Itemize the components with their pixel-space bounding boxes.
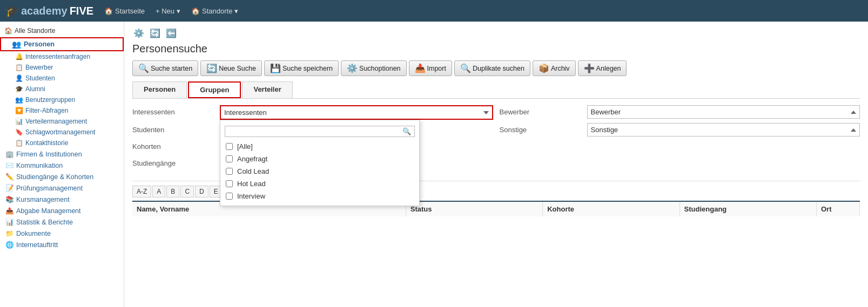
tabs: Personen Gruppen Verteiler xyxy=(132,81,860,99)
kohorten-label: Kohorten xyxy=(132,140,213,153)
tab-personen[interactable]: Personen xyxy=(132,81,187,98)
dropdown-search-icon: 🔍 xyxy=(402,127,411,135)
th-kohorte: Kohorte xyxy=(543,202,679,216)
sidebar-item-personen[interactable]: 👥 Personen xyxy=(0,37,124,51)
sidebar-item-dokumente[interactable]: 📁 Dokumente xyxy=(0,228,124,239)
sidebar-item-abgabe[interactable]: 📤 Abgabe Management xyxy=(0,205,124,216)
sidebar-item-kommunikation[interactable]: ✉️ Kommunikation xyxy=(0,160,124,171)
firmen-icon: 🏢 xyxy=(5,150,14,158)
dropdown-item-angefragt[interactable]: Angefragt xyxy=(220,153,419,165)
archiv-button[interactable]: 📦 Archiv xyxy=(533,60,576,76)
sidebar-item-verteilermanagement[interactable]: 📊 Verteilermanagement xyxy=(0,116,124,127)
checkbox-interview[interactable] xyxy=(226,193,233,200)
content-toolbar: ⚙️ 🔄 ⬅️ xyxy=(132,27,860,39)
dropdown-item-cold-lead[interactable]: Cold Lead xyxy=(220,165,419,178)
studenten-icon: 👤 xyxy=(15,74,23,82)
checkbox-cold-lead[interactable] xyxy=(226,168,233,175)
studiengaenge-label: Studiengänge xyxy=(132,156,213,170)
interessenten-dropdown: 🔍 [Alle] Angefragt Cold Lead xyxy=(220,120,420,206)
sidebar-item-firmen[interactable]: 🏢 Firmen & Institutionen xyxy=(0,148,124,160)
sidebar-item-interessentenanfragen[interactable]: 🔔 Interessentenanfragen xyxy=(0,51,124,62)
filter-icon: 🔽 xyxy=(15,107,23,114)
dokumente-icon: 📁 xyxy=(5,229,14,237)
suche-speichern-button[interactable]: 💾 Suche speichern xyxy=(264,60,339,76)
dropdown-search-input[interactable] xyxy=(228,127,402,135)
top-navigation: 🎓 academyFIVE 🏠 Startseite + Neu ▾ 🏠 Sta… xyxy=(0,0,868,22)
sidebar-item-studiengaenge[interactable]: ✏️ Studiengänge & Kohorten xyxy=(0,171,124,182)
sidebar-item-alumni[interactable]: 🎓 Alumni xyxy=(0,84,124,94)
alle-standorte[interactable]: 🏠 Alle Standorte xyxy=(0,24,124,37)
page-title: Personensuche xyxy=(132,43,860,55)
verteiler-icon: 📊 xyxy=(15,118,23,125)
import-icon: 📥 xyxy=(415,63,426,73)
sidebar-item-filter-abfragen[interactable]: 🔽 Filter-Abfragen xyxy=(0,105,124,116)
sidebar-item-benutzergruppen[interactable]: 👥 Benutzergruppen xyxy=(0,94,124,105)
alpha-b[interactable]: B xyxy=(166,186,179,197)
sidebar-item-kursmanagement[interactable]: 📚 Kursmanagement xyxy=(0,194,124,205)
toolbar-back-button[interactable]: ⬅️ xyxy=(165,27,178,39)
standorte-nav[interactable]: 🏠 Standorte ▾ xyxy=(191,7,238,15)
benutzergruppen-icon: 👥 xyxy=(15,96,23,104)
sidebar-item-internetauftritt[interactable]: 🌐 Internetauftritt xyxy=(0,239,124,250)
search-icon: 🔍 xyxy=(138,63,149,73)
tab-gruppen[interactable]: Gruppen xyxy=(188,81,241,98)
sidebar-item-bewerber[interactable]: 📋 Bewerber xyxy=(0,62,124,73)
interessenten-select[interactable]: Interessenten xyxy=(220,105,493,120)
th-status: Status xyxy=(406,202,543,216)
th-ort: Ort xyxy=(817,202,860,216)
dropdown-item-alle[interactable]: [Alle] xyxy=(220,140,419,153)
alpha-c[interactable]: C xyxy=(180,186,194,197)
internet-icon: 🌐 xyxy=(5,241,14,249)
sonstige-label: Sonstige xyxy=(500,123,581,137)
dropdown-item-interview[interactable]: Interview xyxy=(220,190,419,202)
checkbox-hot-lead[interactable] xyxy=(226,180,233,187)
app-logo: 🎓 academyFIVE xyxy=(5,4,93,17)
suche-starten-button[interactable]: 🔍 Suche starten xyxy=(132,60,198,76)
suchoptionen-button[interactable]: ⚙️ Suchoptionen xyxy=(341,60,406,76)
toolbar-settings-button[interactable]: ⚙️ xyxy=(132,27,145,39)
startseite-nav[interactable]: 🏠 Startseite xyxy=(104,7,145,15)
duplikate-suchen-button[interactable]: 🔍 Duplikate suchen xyxy=(454,60,530,76)
neue-suche-button[interactable]: 🔄 Neue Suche xyxy=(200,60,262,76)
neu-nav[interactable]: + Neu ▾ xyxy=(156,7,180,15)
th-studiengang: Studiengang xyxy=(680,202,817,216)
sidebar-item-studenten[interactable]: 👤 Studenten xyxy=(0,73,124,84)
duplikate-icon: 🔍 xyxy=(460,63,471,73)
personen-icon: 👥 xyxy=(12,40,21,49)
bewerber-select[interactable]: Bewerber xyxy=(587,105,860,119)
studenten-label: Studenten xyxy=(132,123,213,137)
interessenten-container: Interessenten 🔍 [Alle] Angefragt xyxy=(220,105,493,120)
checkbox-alle[interactable] xyxy=(226,143,233,150)
alpha-az[interactable]: A-Z xyxy=(132,186,151,197)
toolbar-refresh-button[interactable]: 🔄 xyxy=(149,27,162,39)
alpha-a[interactable]: A xyxy=(152,186,165,197)
search-form: Interessenten Interessenten 🔍 [Alle] xyxy=(132,105,860,170)
sidebar-item-pruefungsmanagement[interactable]: 📝 Prüfungsmanagement xyxy=(0,182,124,194)
checkbox-angefragt[interactable] xyxy=(226,155,233,162)
alpha-d[interactable]: D xyxy=(195,186,208,197)
sidebar-item-statistik[interactable]: 📊 Statistik & Berichte xyxy=(0,216,124,228)
interessenten-label: Interessenten xyxy=(132,105,213,119)
alumni-icon: 🎓 xyxy=(15,85,23,93)
neue-suche-icon: 🔄 xyxy=(206,63,217,73)
bewerber-label: Bewerber xyxy=(500,105,581,119)
schlagwort-icon: 🔖 xyxy=(15,128,23,136)
kurs-icon: 📚 xyxy=(5,195,14,203)
sidebar-item-schlagwortmanagement[interactable]: 🔖 Schlagwortmanagement xyxy=(0,127,124,138)
tab-verteiler[interactable]: Verteiler xyxy=(242,81,292,98)
import-button[interactable]: 📥 Import xyxy=(409,60,452,76)
action-bar: 🔍 Suche starten 🔄 Neue Suche 💾 Suche spe… xyxy=(132,60,860,76)
sidebar-item-kontakthistorie[interactable]: 📋 Kontakthistorie xyxy=(0,138,124,148)
kommunikation-icon: ✉️ xyxy=(5,161,14,169)
options-icon: ⚙️ xyxy=(347,63,358,73)
studiengaenge-icon: ✏️ xyxy=(5,173,14,181)
sidebar: 🏠 Alle Standorte 👥 Personen 🔔 Interessen… xyxy=(0,22,124,307)
save-icon: 💾 xyxy=(270,63,281,73)
anlegen-icon: ➕ xyxy=(584,63,595,73)
anlegen-button[interactable]: ➕ Anlegen xyxy=(578,60,627,76)
dropdown-search-container: 🔍 xyxy=(225,126,415,137)
pruefung-icon: 📝 xyxy=(5,184,14,192)
dropdown-item-hot-lead[interactable]: Hot Lead xyxy=(220,178,419,190)
sonstige-select[interactable]: Sonstige xyxy=(587,123,860,137)
archiv-icon: 📦 xyxy=(539,63,549,73)
